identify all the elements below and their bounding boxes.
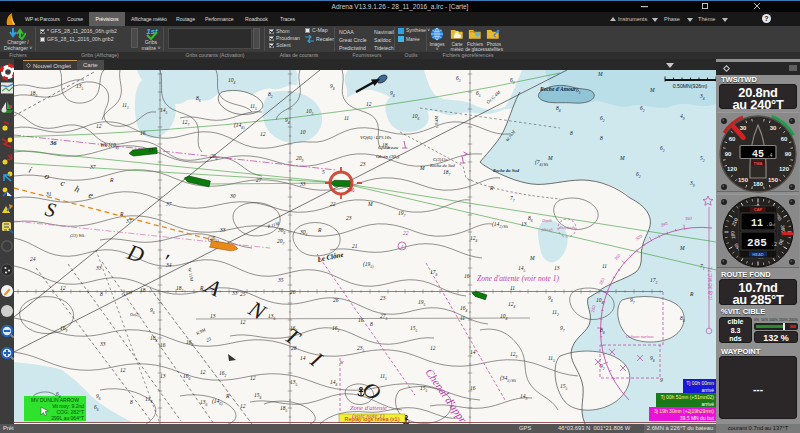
svg-text:8: 8: [570, 130, 573, 136]
svg-text:26: 26: [290, 289, 296, 295]
svg-text:23: 23: [346, 215, 352, 221]
svg-text:33: 33: [147, 147, 154, 153]
svg-text:Chauveau: Chauveau: [378, 145, 399, 150]
svg-text:10: 10: [300, 129, 306, 135]
svg-text:150: 150: [738, 177, 749, 183]
svg-text:12: 12: [250, 375, 256, 381]
svg-text:Obstn (30₄): Obstn (30₄): [376, 154, 400, 159]
svg-text:(1.8) 3/5 M.C.T.L: (1.8) 3/5 M.C.T.L: [708, 266, 713, 300]
svg-text:3j 19h 30mn (+2j19h29mn): 3j 19h 30mn (+2j19h29mn): [654, 408, 714, 414]
svg-text:9: 9: [660, 377, 663, 383]
svg-text:M: M: [679, 245, 685, 251]
svg-text:VQ(6)+LFl.10s: VQ(6)+LFl.10s: [360, 135, 391, 140]
svg-text:Zone d'attente (voir note 1): Zone d'attente (voir note 1): [477, 274, 560, 283]
svg-text:299L au 064°T: 299L au 064°T: [51, 415, 84, 421]
svg-text:33: 33: [95, 265, 102, 271]
svg-text:37: 37: [89, 164, 96, 170]
svg-text:16: 16: [160, 342, 166, 348]
svg-text:12: 12: [366, 101, 372, 107]
svg-text:Cultures marines: Cultures marines: [626, 334, 654, 339]
svg-text:Roche du Sud: Roche du Sud: [493, 168, 520, 173]
svg-text:30: 30: [229, 193, 236, 199]
svg-text:Roche du Sud: Roche du Sud: [429, 163, 455, 168]
svg-text:12: 12: [60, 285, 66, 291]
svg-text:14: 14: [470, 349, 476, 355]
svg-text:R: R: [109, 177, 114, 183]
svg-text:R: R: [489, 185, 494, 191]
svg-text:21: 21: [352, 243, 358, 249]
svg-text:(23) Wk: (23) Wk: [70, 233, 85, 238]
svg-text:120: 120: [727, 166, 738, 172]
svg-text:Tj 00h 51mn (+51mn02): Tj 00h 51mn (+51mn02): [660, 394, 714, 400]
svg-text:180: 180: [730, 230, 736, 239]
svg-text:246: 246: [347, 188, 355, 193]
svg-text:R: R: [199, 285, 204, 291]
svg-text:C(3)15s: C(3)15s: [433, 157, 448, 162]
svg-text:M: M: [419, 165, 425, 171]
svg-text:26: 26: [333, 297, 339, 303]
svg-text:90: 90: [785, 151, 792, 157]
svg-text:.2: .2: [771, 242, 777, 248]
svg-text:16: 16: [358, 317, 364, 323]
svg-text:16: 16: [140, 130, 146, 136]
svg-text:13: 13: [210, 313, 216, 319]
svg-text:R: R: [225, 393, 230, 399]
svg-text:11: 11: [510, 285, 515, 291]
svg-text:arrivé: arrivé: [701, 387, 714, 393]
svg-text:arrivé: arrivé: [701, 401, 714, 407]
svg-text:13: 13: [521, 221, 527, 227]
svg-text:13: 13: [554, 265, 560, 271]
svg-text:33: 33: [299, 181, 306, 187]
svg-text:16: 16: [470, 385, 476, 391]
svg-text:11: 11: [344, 115, 349, 121]
svg-text:HEAD: HEAD: [752, 252, 763, 257]
svg-text:R: R: [689, 291, 694, 297]
svg-text:M: M: [597, 71, 603, 77]
svg-text:TWA: TWA: [754, 161, 763, 166]
svg-text:5: 5: [322, 169, 325, 175]
svg-text:23: 23: [380, 295, 386, 301]
svg-text:11: 11: [751, 218, 763, 229]
svg-text:dir: dir: [780, 230, 785, 236]
svg-text:R: R: [119, 211, 124, 217]
svg-text:M: M: [619, 155, 625, 161]
svg-text:150: 150: [768, 177, 779, 183]
svg-text:285: 285: [747, 237, 767, 249]
svg-text:M: M: [547, 155, 553, 161]
svg-text:CAP: CAP: [754, 207, 763, 212]
svg-text:nd: nd: [771, 223, 775, 227]
svg-text:12: 12: [240, 319, 246, 325]
svg-text:12: 12: [200, 369, 206, 375]
svg-text:12: 12: [96, 123, 102, 129]
svg-text:35: 35: [277, 277, 284, 283]
svg-text:12: 12: [240, 403, 246, 409]
svg-text:18: 18: [140, 287, 146, 293]
svg-text:M: M: [367, 201, 373, 207]
svg-text:13: 13: [160, 373, 166, 379]
svg-text:16: 16: [464, 273, 470, 279]
svg-text:120: 120: [779, 166, 790, 172]
svg-text:60: 60: [729, 136, 736, 142]
svg-text:11: 11: [460, 315, 465, 321]
svg-text:30: 30: [740, 125, 747, 131]
svg-text:Zone d'attente: Zone d'attente: [350, 404, 387, 411]
svg-text:39.5 MN du but: 39.5 MN du but: [680, 415, 715, 421]
svg-text:8: 8: [100, 291, 103, 297]
svg-text:25: 25: [240, 291, 246, 297]
svg-text:Roche d'Amour: Roche d'Amour: [539, 86, 577, 92]
svg-text:M: M: [529, 255, 535, 261]
svg-text:37: 37: [165, 201, 172, 207]
svg-text:R: R: [317, 227, 322, 233]
svg-text:11: 11: [602, 263, 607, 269]
svg-text:60: 60: [781, 136, 788, 142]
svg-text:M: M: [649, 87, 655, 93]
svg-text:180: 180: [753, 181, 764, 187]
svg-text:30: 30: [770, 125, 777, 131]
svg-text:22: 22: [330, 201, 336, 207]
svg-text:31: 31: [45, 191, 52, 197]
svg-text:8: 8: [130, 399, 133, 405]
svg-text:45: 45: [752, 149, 764, 160]
svg-text:33: 33: [219, 227, 226, 233]
svg-text:24: 24: [30, 256, 36, 262]
svg-text:27: 27: [256, 177, 262, 183]
